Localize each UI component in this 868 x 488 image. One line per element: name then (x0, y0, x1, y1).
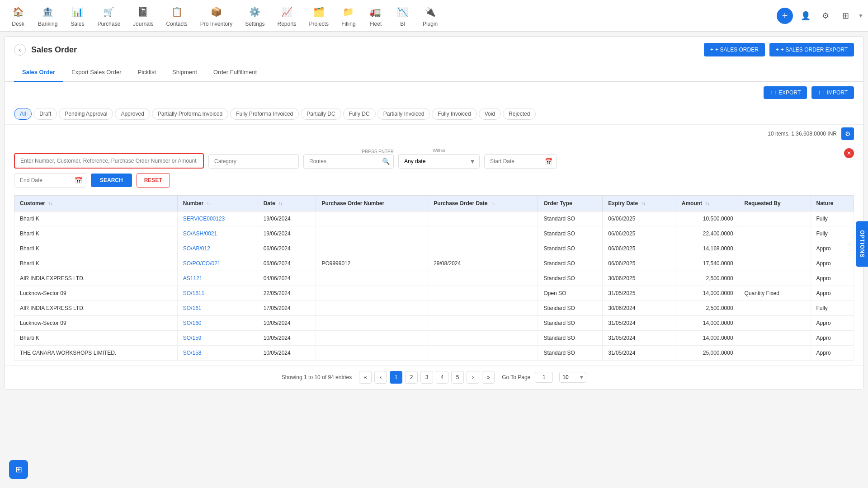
tab-shipment[interactable]: Shipment (164, 63, 205, 82)
sort-expiry-icon[interactable]: ↑↓ (642, 202, 646, 206)
filter-fully-invoiced[interactable]: Fully Invoiced (432, 108, 476, 120)
end-date-calendar-icon[interactable]: 📅 (71, 177, 86, 184)
search-close-button[interactable]: ✕ (844, 148, 854, 158)
nav-label-filling: Filling (341, 21, 355, 27)
nav-item-desk[interactable]: 🏠 Desk (5, 1, 32, 31)
nav-item-contacts[interactable]: 📋 Contacts (160, 1, 193, 31)
filter-partially-dc[interactable]: Partially DC (301, 108, 341, 120)
nav-item-settings[interactable]: ⚙️ Settings (239, 1, 271, 31)
page-last-button[interactable]: » (482, 371, 495, 384)
order-number-link[interactable]: SO/AB/012 (183, 245, 210, 252)
page-1-button[interactable]: 1 (390, 371, 402, 384)
order-number-link[interactable]: SO/160 (183, 320, 202, 326)
end-date-input[interactable] (14, 174, 71, 187)
cell-nature: Fully (811, 211, 854, 226)
per-page-input[interactable] (560, 372, 577, 382)
sales-order-button[interactable]: + + SALES ORDER (704, 43, 765, 56)
cell-po-date (428, 226, 538, 241)
nav-item-pro-inventory[interactable]: 📦 Pro Inventory (194, 1, 239, 31)
order-number-link[interactable]: AS1121 (183, 275, 203, 282)
tab-export-sales-order[interactable]: Export Sales Order (63, 63, 130, 82)
import-button[interactable]: ↑ ↑ IMPORT (811, 86, 854, 99)
order-number-link[interactable]: SO/158 (183, 350, 202, 356)
routes-input[interactable] (304, 155, 378, 168)
table-row: Bharti K SERVICE000123 19/06/2024 Standa… (14, 211, 854, 226)
nav-item-banking[interactable]: 🏦 Banking (32, 1, 64, 31)
filter-draft[interactable]: Draft (33, 108, 57, 120)
purchase-icon: 🛒 (102, 5, 116, 19)
filter-fully-dc[interactable]: Fully DC (343, 108, 376, 120)
col-nature: Nature (811, 196, 854, 211)
cell-amount: 14,000.0000 (676, 316, 739, 331)
nav-item-purchase[interactable]: 🛒 Purchase (91, 1, 127, 31)
cell-expiry-date: 30/06/2024 (603, 301, 676, 316)
order-number-link[interactable]: SERVICE000123 (183, 216, 225, 222)
sort-date-icon[interactable]: ↑↓ (278, 202, 283, 206)
nav-item-filling[interactable]: 📁 Filling (335, 1, 362, 31)
cell-amount: 14,000.0000 (676, 286, 739, 301)
order-number-link[interactable]: SO/159 (183, 335, 202, 341)
page-first-button[interactable]: « (359, 371, 372, 384)
start-date-input[interactable] (485, 155, 541, 168)
sales-order-export-button[interactable]: + + SALES ORDER EXPORT (769, 43, 854, 56)
cell-po-number (316, 301, 428, 316)
goto-page-input[interactable] (535, 372, 553, 383)
sort-po-date-icon[interactable]: ↑↓ (491, 202, 495, 206)
grid-icon[interactable]: ⊞ (838, 9, 853, 23)
gear-icon[interactable]: ⚙ (818, 9, 833, 23)
cell-amount: 22,400.0000 (676, 226, 739, 241)
nav-item-projects[interactable]: 🗂️ Projects (303, 1, 335, 31)
page-4-button[interactable]: 4 (436, 371, 448, 384)
reset-button[interactable]: RESET (137, 173, 170, 188)
tab-order-fulfillment[interactable]: Order Fulfillment (205, 63, 265, 82)
add-button[interactable]: + (777, 8, 793, 24)
options-sidebar[interactable]: OPTIONS (856, 221, 868, 267)
tab-sales-order[interactable]: Sales Order (14, 63, 63, 82)
nav-label-purchase: Purchase (97, 21, 120, 27)
cell-nature: Appro (811, 316, 854, 331)
order-number-link[interactable]: SO/ASH/0021 (183, 230, 217, 237)
dropdown-arrow[interactable]: ▼ (858, 13, 863, 19)
nav-item-plugin[interactable]: 🔌 Plugin (416, 1, 444, 31)
order-number-link[interactable]: SO/1611 (183, 290, 204, 296)
cell-customer: THE CANARA WORKSHOPS LIMITED. (14, 346, 178, 361)
export-button[interactable]: ↑ ↑ EXPORT (764, 86, 807, 99)
col-requested-by: Requested By (739, 196, 811, 211)
filter-partially-invoiced[interactable]: Partially Invoiced (377, 108, 430, 120)
start-date-calendar-icon[interactable]: 📅 (541, 158, 556, 165)
sort-number-icon[interactable]: ↑↓ (207, 202, 211, 206)
search-button[interactable]: SEARCH (91, 174, 132, 187)
page-prev-button[interactable]: ‹ (374, 371, 387, 384)
within-date-select[interactable]: Any date Today This Week This Month This… (399, 155, 466, 168)
table-settings-button[interactable]: ⚙ (841, 127, 854, 140)
filter-void[interactable]: Void (479, 108, 501, 120)
filter-rejected[interactable]: Rejected (503, 108, 536, 120)
page-2-button[interactable]: 2 (405, 371, 418, 384)
user-icon[interactable]: 👤 (798, 9, 813, 23)
tab-picklist[interactable]: Picklist (130, 63, 164, 82)
nav-item-bi[interactable]: 📉 BI (389, 1, 416, 31)
nav-item-journals[interactable]: 📓 Journals (127, 1, 160, 31)
search-main-input[interactable] (14, 153, 204, 169)
cell-order-type: Open SO (538, 286, 603, 301)
page-5-button[interactable]: 5 (451, 371, 464, 384)
filter-approved[interactable]: Approved (115, 108, 150, 120)
page-3-button[interactable]: 3 (420, 371, 433, 384)
filter-pending-approval[interactable]: Pending Approval (59, 108, 113, 120)
page-next-button[interactable]: › (467, 371, 479, 384)
cell-nature: Fully (811, 301, 854, 316)
filter-partially-proforma-invoiced[interactable]: Partially Proforma Invoiced (152, 108, 228, 120)
back-button[interactable]: ‹ (14, 44, 26, 56)
col-number: Number ↑↓ (177, 196, 258, 211)
nav-item-reports[interactable]: 📈 Reports (271, 1, 303, 31)
nav-item-fleet[interactable]: 🚛 Fleet (362, 1, 389, 31)
filter-fully-proforma-invoiced[interactable]: Fully Proforma Invoiced (230, 108, 299, 120)
category-input[interactable] (208, 154, 299, 169)
order-number-link[interactable]: SO/PO/CO/021 (183, 260, 221, 267)
sort-amount-icon[interactable]: ↑↓ (705, 202, 709, 206)
cell-date: 06/06/2024 (258, 241, 316, 256)
filter-all[interactable]: All (14, 108, 32, 120)
order-number-link[interactable]: SO/161 (183, 305, 202, 311)
nav-item-sales[interactable]: 📊 Sales (64, 1, 91, 31)
sort-customer-icon[interactable]: ↑↓ (48, 202, 52, 206)
